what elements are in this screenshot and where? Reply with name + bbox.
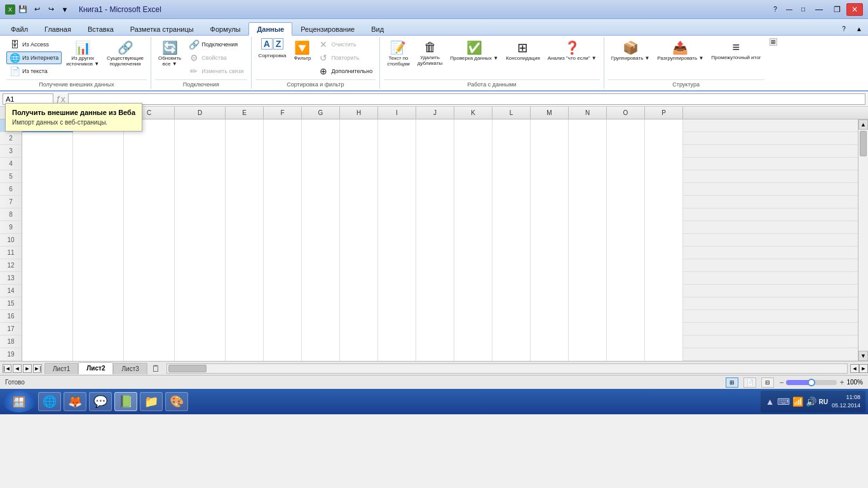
row-num-13[interactable]: 13 xyxy=(0,272,22,285)
cell-f7[interactable] xyxy=(264,196,302,208)
cell-n6[interactable] xyxy=(569,183,607,196)
filter-btn[interactable]: 🔽 Фильтр xyxy=(291,38,315,64)
col-header-l[interactable]: L xyxy=(492,107,531,119)
cell-e5[interactable] xyxy=(226,170,264,183)
cell-f2[interactable] xyxy=(264,132,302,145)
edit-links-btn[interactable]: ✏ Изменить связи xyxy=(186,65,247,78)
cell-h19[interactable] xyxy=(340,348,378,361)
cell-m6[interactable] xyxy=(531,183,569,196)
cell-d9[interactable] xyxy=(175,221,226,234)
cell-a8[interactable] xyxy=(22,208,73,221)
cell-a10[interactable] xyxy=(22,234,73,247)
cell-g7[interactable] xyxy=(302,196,340,208)
cell-c7[interactable] xyxy=(124,196,175,208)
cell-f4[interactable] xyxy=(264,158,302,170)
vertical-scrollbar[interactable]: ▲ ▼ xyxy=(858,119,868,361)
cell-c5[interactable] xyxy=(124,170,175,183)
cell-l4[interactable] xyxy=(492,158,531,170)
cell-b9[interactable] xyxy=(73,221,124,234)
cell-j9[interactable] xyxy=(416,221,454,234)
cell-c18[interactable] xyxy=(124,336,175,348)
cell-g3[interactable] xyxy=(302,145,340,158)
cell-j5[interactable] xyxy=(416,170,454,183)
cell-l11[interactable] xyxy=(492,247,531,259)
cell-j1[interactable] xyxy=(416,119,454,132)
cell-k14[interactable] xyxy=(454,285,492,297)
clear-btn[interactable]: ✕ Очистить xyxy=(315,38,376,51)
cell-e4[interactable] xyxy=(226,158,264,170)
cell-i18[interactable] xyxy=(378,336,416,348)
cell-a14[interactable] xyxy=(22,285,73,297)
cell-g1[interactable] xyxy=(302,119,340,132)
sheet-nav-next[interactable]: ► xyxy=(23,364,32,373)
row-num-9[interactable]: 9 xyxy=(0,221,22,234)
cell-m8[interactable] xyxy=(531,208,569,221)
cell-k7[interactable] xyxy=(454,196,492,208)
cell-h17[interactable] xyxy=(340,323,378,336)
row-num-14[interactable]: 14 xyxy=(0,285,22,297)
cell-a17[interactable] xyxy=(22,323,73,336)
what-if-btn[interactable]: ❓ Анализ "что если" ▼ xyxy=(545,38,600,64)
cell-g6[interactable] xyxy=(302,183,340,196)
cell-l10[interactable] xyxy=(492,234,531,247)
cell-b4[interactable] xyxy=(73,158,124,170)
cell-c6[interactable] xyxy=(124,183,175,196)
cell-d5[interactable] xyxy=(175,170,226,183)
cell-k17[interactable] xyxy=(454,323,492,336)
cell-e13[interactable] xyxy=(226,272,264,285)
tab-view[interactable]: Вид xyxy=(363,22,392,35)
cell-b2[interactable] xyxy=(73,132,124,145)
cell-i5[interactable] xyxy=(378,170,416,183)
cell-p15[interactable] xyxy=(645,297,683,310)
cell-e3[interactable] xyxy=(226,145,264,158)
cell-n16[interactable] xyxy=(569,310,607,323)
cell-a18[interactable] xyxy=(22,336,73,348)
cell-p3[interactable] xyxy=(645,145,683,158)
cell-g10[interactable] xyxy=(302,234,340,247)
cell-i12[interactable] xyxy=(378,259,416,272)
cell-i16[interactable] xyxy=(378,310,416,323)
cell-i1[interactable] xyxy=(378,119,416,132)
cell-e16[interactable] xyxy=(226,310,264,323)
cell-n10[interactable] xyxy=(569,234,607,247)
tab-review[interactable]: Рецензирование xyxy=(292,22,363,35)
col-header-j[interactable]: J xyxy=(416,107,454,119)
cell-d11[interactable] xyxy=(175,247,226,259)
cell-j18[interactable] xyxy=(416,336,454,348)
cell-o19[interactable] xyxy=(607,348,645,361)
taskbar-paint[interactable]: 🎨 xyxy=(165,392,188,411)
cell-f12[interactable] xyxy=(264,259,302,272)
cell-h5[interactable] xyxy=(340,170,378,183)
cell-l3[interactable] xyxy=(492,145,531,158)
cell-o5[interactable] xyxy=(607,170,645,183)
cell-c10[interactable] xyxy=(124,234,175,247)
cell-j10[interactable] xyxy=(416,234,454,247)
save-quick-btn[interactable]: 💾 xyxy=(17,3,29,16)
cell-e9[interactable] xyxy=(226,221,264,234)
cell-e7[interactable] xyxy=(226,196,264,208)
cell-d15[interactable] xyxy=(175,297,226,310)
row-num-3[interactable]: 3 xyxy=(0,145,22,158)
col-header-o[interactable]: O xyxy=(607,107,645,119)
col-header-e[interactable]: E xyxy=(226,107,264,119)
col-header-i[interactable]: I xyxy=(378,107,416,119)
data-validation-btn[interactable]: ✅ Проверка данных ▼ xyxy=(447,38,501,64)
taskbar-explorer[interactable]: 📁 xyxy=(140,392,163,411)
cell-p19[interactable] xyxy=(645,348,683,361)
cell-n14[interactable] xyxy=(569,285,607,297)
add-sheet-btn[interactable]: 🗒 xyxy=(147,363,164,374)
start-button[interactable]: 🪟 xyxy=(3,391,36,412)
cell-o17[interactable] xyxy=(607,323,645,336)
cell-h18[interactable] xyxy=(340,336,378,348)
cell-g4[interactable] xyxy=(302,158,340,170)
cell-j16[interactable] xyxy=(416,310,454,323)
cell-o16[interactable] xyxy=(607,310,645,323)
cell-g16[interactable] xyxy=(302,310,340,323)
cell-p13[interactable] xyxy=(645,272,683,285)
cell-h11[interactable] xyxy=(340,247,378,259)
cell-f3[interactable] xyxy=(264,145,302,158)
taskbar-excel[interactable]: 📗 xyxy=(114,392,137,411)
tab-home[interactable]: Главная xyxy=(36,22,79,35)
cell-k5[interactable] xyxy=(454,170,492,183)
from-text-btn[interactable]: 📄 Из текста xyxy=(6,65,62,78)
